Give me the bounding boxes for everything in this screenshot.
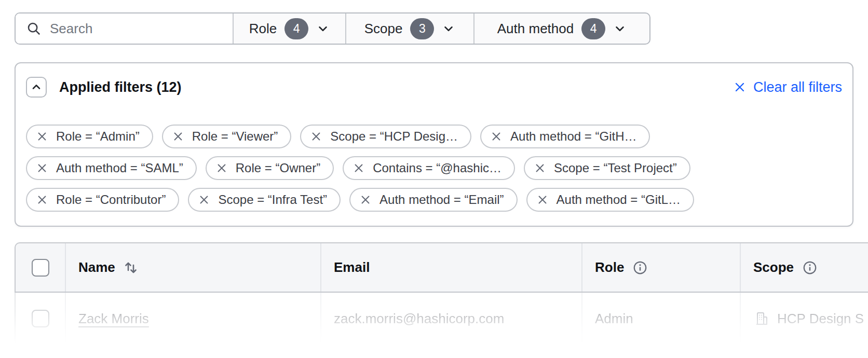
- filter-pill-label: Role = “Admin”: [56, 129, 140, 144]
- row-checkbox-cell: [16, 293, 65, 345]
- remove-filter-button[interactable]: [310, 131, 322, 142]
- filter-pill: Auth method = “GitL…: [526, 188, 694, 212]
- member-name-link[interactable]: Zack Morris: [78, 311, 149, 327]
- filter-pill-row: Auth method = “SAML” Role = “Owner” Cont…: [26, 156, 842, 180]
- remove-filter-button[interactable]: [198, 194, 210, 205]
- remove-filter-button[interactable]: [36, 194, 48, 205]
- member-role: Admin: [595, 311, 633, 327]
- search-box: [16, 13, 234, 44]
- remove-filter-button[interactable]: [491, 131, 502, 142]
- filter-pill-label: Auth method = “GitH…: [510, 129, 636, 144]
- member-scope: HCP Design S: [777, 311, 864, 327]
- applied-filters-title: Applied filters (12): [59, 79, 182, 95]
- remove-filter-button[interactable]: [360, 194, 371, 205]
- clear-all-filters-link[interactable]: Clear all filters: [734, 79, 842, 95]
- column-label-email: Email: [334, 259, 370, 276]
- header-scope: Scope: [740, 243, 868, 292]
- remove-filter-button[interactable]: [534, 162, 546, 174]
- select-all-checkbox[interactable]: [32, 259, 49, 277]
- filter-pill-list: Role = “Admin” Role = “Viewer” Scope = “…: [26, 125, 842, 212]
- collapse-filters-button[interactable]: [26, 77, 47, 98]
- filter-pill: Role = “Viewer”: [162, 125, 292, 148]
- chevron-down-icon: [316, 22, 330, 35]
- filter-pill: Scope = “Infra Test”: [188, 188, 341, 212]
- column-label-role: Role: [595, 259, 624, 276]
- filter-pill: Role = “Admin”: [26, 125, 153, 148]
- row-name-cell: Zack Morris: [65, 293, 320, 345]
- search-input[interactable]: [50, 21, 224, 37]
- filter-dropdown-scope[interactable]: Scope 3: [346, 13, 474, 44]
- header-email: Email: [320, 243, 581, 292]
- row-scope-cell: HCP Design S: [740, 293, 868, 345]
- count-badge: 4: [284, 18, 308, 39]
- count-badge: 4: [581, 18, 605, 39]
- row-role-cell: Admin: [581, 293, 740, 345]
- table-row: Zack Morris zack.morris@hashicorp.com Ad…: [15, 293, 868, 345]
- filter-pill: Scope = “HCP Desig…: [300, 125, 471, 148]
- sort-icon: [123, 259, 139, 276]
- filter-pill: Contains = “@hashic…: [343, 156, 515, 180]
- filter-dropdown-auth-method[interactable]: Auth method 4: [474, 13, 649, 44]
- dropdown-label: Scope: [364, 21, 403, 37]
- filter-pill-label: Scope = “Infra Test”: [218, 192, 327, 207]
- member-email: zack.morris@hashicorp.com: [334, 311, 504, 327]
- filter-pill: Scope = “Test Project”: [524, 156, 690, 180]
- members-table: Name Email Role Scope Zack Morris: [15, 242, 868, 345]
- column-label-scope: Scope: [753, 259, 794, 276]
- applied-filters-panel: Applied filters (12) Clear all filters R…: [15, 62, 853, 227]
- x-icon: [734, 81, 746, 93]
- filter-pill: Auth method = “Email”: [349, 188, 517, 212]
- dropdown-label: Auth method: [497, 21, 574, 37]
- remove-filter-button[interactable]: [537, 194, 548, 205]
- filter-pill-row: Role = “Contributor” Scope = “Infra Test…: [26, 188, 842, 212]
- filter-pill-row: Role = “Admin” Role = “Viewer” Scope = “…: [26, 125, 842, 148]
- filter-pill: Role = “Owner”: [206, 156, 334, 180]
- header-name[interactable]: Name: [65, 243, 320, 292]
- remove-filter-button[interactable]: [216, 162, 227, 174]
- row-checkbox[interactable]: [32, 310, 49, 327]
- remove-filter-button[interactable]: [36, 131, 48, 142]
- filter-pill-label: Role = “Viewer”: [192, 129, 278, 144]
- filter-pill-label: Auth method = “Email”: [379, 192, 504, 207]
- filter-pill: Auth method = “SAML”: [26, 156, 197, 180]
- filter-pill-label: Role = “Owner”: [236, 161, 320, 175]
- header-role: Role: [581, 243, 740, 292]
- filter-pill: Role = “Contributor”: [26, 188, 179, 212]
- column-label-name: Name: [78, 259, 115, 276]
- chevron-up-icon: [30, 81, 43, 93]
- filter-dropdown-role[interactable]: Role 4: [234, 13, 346, 44]
- remove-filter-button[interactable]: [36, 162, 48, 174]
- filter-pill-label: Scope = “Test Project”: [554, 161, 677, 175]
- table-header-row: Name Email Role Scope: [15, 242, 868, 293]
- info-icon[interactable]: [802, 260, 818, 276]
- search-icon: [26, 21, 42, 36]
- filter-pill: Auth method = “GitH…: [480, 125, 650, 148]
- filter-pill-label: Auth method = “SAML”: [56, 161, 183, 175]
- remove-filter-button[interactable]: [172, 131, 184, 142]
- chevron-down-icon: [442, 22, 455, 35]
- org-building-icon: [753, 310, 770, 327]
- header-checkbox-cell: [16, 243, 65, 292]
- filter-bar: Role 4 Scope 3 Auth method 4: [15, 12, 650, 45]
- remove-filter-button[interactable]: [353, 162, 364, 174]
- info-icon[interactable]: [632, 260, 648, 276]
- row-email-cell: zack.morris@hashicorp.com: [320, 293, 581, 345]
- applied-filters-header: Applied filters (12) Clear all filters: [26, 77, 842, 98]
- dropdown-label: Role: [249, 21, 277, 37]
- filter-pill-label: Contains = “@hashic…: [373, 161, 501, 175]
- clear-all-filters-label: Clear all filters: [753, 79, 842, 95]
- filter-pill-label: Auth method = “GitL…: [557, 192, 681, 207]
- filter-pill-label: Scope = “HCP Desig…: [330, 129, 458, 144]
- count-badge: 3: [410, 18, 434, 39]
- chevron-down-icon: [613, 22, 627, 35]
- filter-pill-label: Role = “Contributor”: [56, 192, 166, 207]
